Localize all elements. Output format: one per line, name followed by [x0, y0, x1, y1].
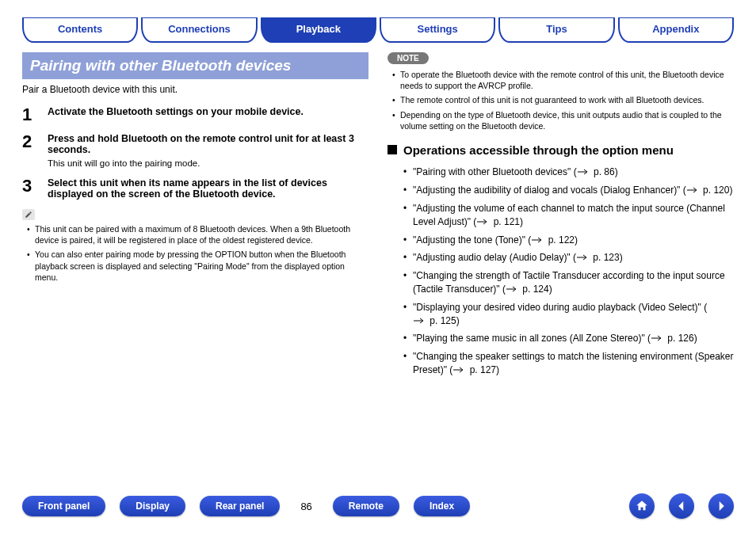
step-title: Activate the Bluetooth settings on your …	[48, 106, 304, 117]
step-3: 3 Select this unit when its name appears…	[22, 177, 368, 200]
bottom-nav: Front panel Display Rear panel 86 Remote…	[22, 493, 734, 519]
tab-connections[interactable]: Connections	[141, 17, 257, 43]
ops-item[interactable]: "Adjusting the audibility of dialog and …	[403, 184, 734, 197]
nav-display[interactable]: Display	[120, 496, 185, 516]
step-title: Select this unit when its name appears i…	[48, 177, 368, 200]
next-button[interactable]	[708, 493, 734, 519]
step-2: 2 Press and hold Bluetooth on the remote…	[22, 133, 368, 168]
right-column: NOTE To operate the Bluetooth device wit…	[388, 52, 734, 382]
ops-item[interactable]: "Playing the same music in all zones (Al…	[403, 332, 734, 345]
ops-item[interactable]: "Changing the speaker settings to match …	[403, 350, 734, 377]
ops-item[interactable]: "Pairing with other Bluetooth devices" (…	[403, 166, 734, 179]
note-badge: NOTE	[388, 52, 429, 64]
list-item: Depending on the type of Bluetooth devic…	[392, 109, 734, 131]
step-1: 1 Activate the Bluetooth settings on you…	[22, 106, 368, 124]
tab-contents[interactable]: Contents	[22, 17, 138, 43]
left-note-list: This unit can be paired with a maximum o…	[22, 223, 368, 283]
square-bullet-icon	[388, 145, 397, 154]
ops-item[interactable]: "Adjusting the volume of each channel to…	[403, 202, 734, 229]
step-number: 2	[22, 133, 36, 168]
nav-remote[interactable]: Remote	[333, 496, 399, 516]
ops-heading: Operations accessible through the option…	[388, 143, 734, 158]
tab-playback[interactable]: Playback	[261, 17, 376, 43]
step-number: 3	[22, 177, 36, 200]
left-column: Pairing with other Bluetooth devices Pai…	[22, 52, 368, 382]
tab-settings[interactable]: Settings	[380, 17, 495, 43]
section-title: Pairing with other Bluetooth devices	[22, 52, 368, 79]
nav-front-panel[interactable]: Front panel	[22, 496, 105, 516]
pencil-icon	[22, 209, 35, 220]
tab-tips[interactable]: Tips	[498, 17, 614, 43]
list-item: This unit can be paired with a maximum o…	[27, 223, 368, 246]
ops-item[interactable]: "Changing the strength of Tactile Transd…	[403, 269, 734, 296]
ops-item[interactable]: "Displaying your desired video during au…	[403, 301, 734, 328]
step-subtext: This unit will go into the pairing mode.	[48, 158, 368, 168]
top-tabs: Contents Connections Playback Settings T…	[22, 17, 734, 43]
ops-heading-text: Operations accessible through the option…	[403, 143, 674, 158]
pencil-note-block: This unit can be paired with a maximum o…	[22, 209, 368, 283]
tab-appendix[interactable]: Appendix	[618, 17, 734, 43]
home-button[interactable]	[629, 493, 655, 519]
step-number: 1	[22, 106, 36, 124]
intro-text: Pair a Bluetooth device with this unit.	[22, 84, 368, 95]
list-item: The remote control of this unit is not g…	[392, 94, 734, 105]
list-item: To operate the Bluetooth device with the…	[392, 69, 734, 91]
step-title: Press and hold Bluetooth on the remote c…	[48, 133, 368, 155]
nav-rear-panel[interactable]: Rear panel	[200, 496, 280, 516]
prev-button[interactable]	[669, 493, 694, 519]
nav-index[interactable]: Index	[414, 496, 470, 516]
list-item: You can also enter pairing mode by press…	[27, 249, 368, 283]
right-note-list: To operate the Bluetooth device with the…	[388, 69, 734, 131]
page-number: 86	[294, 501, 318, 512]
ops-list: "Pairing with other Bluetooth devices" (…	[388, 166, 734, 376]
ops-item[interactable]: "Adjusting the tone (Tone)" ( p. 122)	[403, 234, 734, 247]
main-columns: Pairing with other Bluetooth devices Pai…	[22, 52, 734, 382]
ops-item[interactable]: "Adjusting audio delay (Audio Delay)" ( …	[403, 251, 734, 265]
